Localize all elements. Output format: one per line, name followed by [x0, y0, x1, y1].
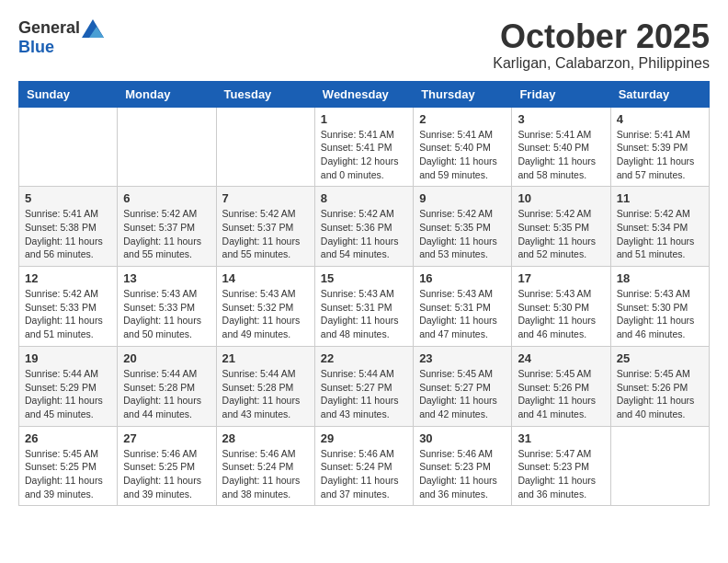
day-number: 20	[123, 351, 210, 365]
weekday-header: Thursday	[414, 81, 512, 107]
weekday-header: Monday	[118, 81, 216, 107]
weekday-header: Friday	[512, 81, 610, 107]
day-number: 1	[321, 112, 407, 126]
calendar-cell: 11Sunrise: 5:42 AM Sunset: 5:34 PM Dayli…	[610, 187, 709, 267]
logo-general-text: General	[18, 18, 80, 38]
calendar-table: SundayMondayTuesdayWednesdayThursdayFrid…	[18, 81, 710, 507]
calendar-cell: 13Sunrise: 5:43 AM Sunset: 5:33 PM Dayli…	[118, 267, 216, 347]
calendar-cell	[610, 426, 709, 506]
day-number: 18	[617, 271, 703, 285]
day-info: Sunrise: 5:42 AM Sunset: 5:37 PM Dayligh…	[123, 207, 210, 261]
day-number: 29	[321, 431, 407, 445]
day-number: 22	[321, 351, 407, 365]
day-info: Sunrise: 5:41 AM Sunset: 5:39 PM Dayligh…	[617, 128, 703, 182]
calendar-cell	[118, 107, 216, 187]
page-header: General Blue October 2025 Karligan, Cala…	[18, 18, 710, 72]
title-section: October 2025 Karligan, Calabarzon, Phili…	[493, 18, 710, 72]
day-number: 14	[222, 271, 309, 285]
day-number: 8	[321, 191, 407, 205]
day-info: Sunrise: 5:42 AM Sunset: 5:36 PM Dayligh…	[321, 207, 407, 261]
calendar-cell: 15Sunrise: 5:43 AM Sunset: 5:31 PM Dayli…	[314, 267, 413, 347]
calendar-cell: 19Sunrise: 5:44 AM Sunset: 5:29 PM Dayli…	[19, 346, 118, 426]
day-info: Sunrise: 5:47 AM Sunset: 5:23 PM Dayligh…	[518, 447, 604, 501]
day-info: Sunrise: 5:45 AM Sunset: 5:25 PM Dayligh…	[25, 447, 111, 501]
calendar-cell: 23Sunrise: 5:45 AM Sunset: 5:27 PM Dayli…	[414, 346, 512, 426]
day-info: Sunrise: 5:42 AM Sunset: 5:33 PM Dayligh…	[25, 287, 111, 341]
calendar-cell: 28Sunrise: 5:46 AM Sunset: 5:24 PM Dayli…	[216, 426, 314, 506]
calendar-cell: 14Sunrise: 5:43 AM Sunset: 5:32 PM Dayli…	[216, 267, 314, 347]
calendar-cell: 10Sunrise: 5:42 AM Sunset: 5:35 PM Dayli…	[512, 187, 610, 267]
day-info: Sunrise: 5:41 AM Sunset: 5:40 PM Dayligh…	[518, 128, 604, 182]
logo: General Blue	[18, 18, 104, 57]
calendar-cell: 5Sunrise: 5:41 AM Sunset: 5:38 PM Daylig…	[19, 187, 118, 267]
day-info: Sunrise: 5:43 AM Sunset: 5:30 PM Dayligh…	[518, 287, 604, 341]
calendar-cell: 25Sunrise: 5:45 AM Sunset: 5:26 PM Dayli…	[610, 346, 709, 426]
day-info: Sunrise: 5:46 AM Sunset: 5:23 PM Dayligh…	[419, 447, 506, 501]
day-info: Sunrise: 5:44 AM Sunset: 5:27 PM Dayligh…	[321, 367, 407, 421]
calendar-week-row: 1Sunrise: 5:41 AM Sunset: 5:41 PM Daylig…	[19, 107, 710, 187]
calendar-cell: 8Sunrise: 5:42 AM Sunset: 5:36 PM Daylig…	[314, 187, 413, 267]
calendar-cell: 2Sunrise: 5:41 AM Sunset: 5:40 PM Daylig…	[414, 107, 512, 187]
day-info: Sunrise: 5:42 AM Sunset: 5:35 PM Dayligh…	[419, 207, 506, 261]
day-info: Sunrise: 5:42 AM Sunset: 5:35 PM Dayligh…	[518, 207, 604, 261]
day-number: 31	[518, 431, 604, 445]
day-info: Sunrise: 5:46 AM Sunset: 5:24 PM Dayligh…	[321, 447, 407, 501]
day-info: Sunrise: 5:43 AM Sunset: 5:30 PM Dayligh…	[617, 287, 703, 341]
day-info: Sunrise: 5:42 AM Sunset: 5:34 PM Dayligh…	[617, 207, 703, 261]
calendar-week-row: 12Sunrise: 5:42 AM Sunset: 5:33 PM Dayli…	[19, 267, 710, 347]
day-info: Sunrise: 5:44 AM Sunset: 5:28 PM Dayligh…	[123, 367, 210, 421]
calendar-cell: 12Sunrise: 5:42 AM Sunset: 5:33 PM Dayli…	[19, 267, 118, 347]
day-info: Sunrise: 5:41 AM Sunset: 5:38 PM Dayligh…	[25, 207, 111, 261]
day-info: Sunrise: 5:43 AM Sunset: 5:31 PM Dayligh…	[419, 287, 506, 341]
day-number: 15	[321, 271, 407, 285]
day-number: 5	[25, 191, 111, 205]
day-number: 16	[419, 271, 506, 285]
calendar-cell: 21Sunrise: 5:44 AM Sunset: 5:28 PM Dayli…	[216, 346, 314, 426]
calendar-cell: 16Sunrise: 5:43 AM Sunset: 5:31 PM Dayli…	[414, 267, 512, 347]
day-number: 11	[617, 191, 703, 205]
day-number: 24	[518, 351, 604, 365]
calendar-cell: 29Sunrise: 5:46 AM Sunset: 5:24 PM Dayli…	[314, 426, 413, 506]
day-number: 3	[518, 112, 604, 126]
weekday-header: Wednesday	[314, 81, 413, 107]
day-info: Sunrise: 5:41 AM Sunset: 5:41 PM Dayligh…	[321, 128, 407, 182]
month-title: October 2025	[493, 18, 710, 55]
day-info: Sunrise: 5:41 AM Sunset: 5:40 PM Dayligh…	[419, 128, 506, 182]
weekday-header: Tuesday	[216, 81, 314, 107]
calendar-cell: 20Sunrise: 5:44 AM Sunset: 5:28 PM Dayli…	[118, 346, 216, 426]
day-number: 21	[222, 351, 309, 365]
day-info: Sunrise: 5:43 AM Sunset: 5:31 PM Dayligh…	[321, 287, 407, 341]
day-info: Sunrise: 5:43 AM Sunset: 5:32 PM Dayligh…	[222, 287, 309, 341]
calendar-cell: 18Sunrise: 5:43 AM Sunset: 5:30 PM Dayli…	[610, 267, 709, 347]
day-info: Sunrise: 5:44 AM Sunset: 5:28 PM Dayligh…	[222, 367, 309, 421]
day-number: 9	[419, 191, 506, 205]
day-number: 6	[123, 191, 210, 205]
weekday-header: Saturday	[610, 81, 709, 107]
calendar-cell	[216, 107, 314, 187]
calendar-cell: 1Sunrise: 5:41 AM Sunset: 5:41 PM Daylig…	[314, 107, 413, 187]
day-info: Sunrise: 5:43 AM Sunset: 5:33 PM Dayligh…	[123, 287, 210, 341]
calendar-cell: 22Sunrise: 5:44 AM Sunset: 5:27 PM Dayli…	[314, 346, 413, 426]
logo-icon	[82, 19, 104, 38]
day-number: 19	[25, 351, 111, 365]
day-number: 13	[123, 271, 210, 285]
day-number: 7	[222, 191, 309, 205]
calendar-cell: 17Sunrise: 5:43 AM Sunset: 5:30 PM Dayli…	[512, 267, 610, 347]
day-info: Sunrise: 5:45 AM Sunset: 5:26 PM Dayligh…	[617, 367, 703, 421]
calendar-cell: 30Sunrise: 5:46 AM Sunset: 5:23 PM Dayli…	[414, 426, 512, 506]
day-number: 25	[617, 351, 703, 365]
calendar-week-row: 26Sunrise: 5:45 AM Sunset: 5:25 PM Dayli…	[19, 426, 710, 506]
calendar-cell: 7Sunrise: 5:42 AM Sunset: 5:37 PM Daylig…	[216, 187, 314, 267]
calendar-cell: 27Sunrise: 5:46 AM Sunset: 5:25 PM Dayli…	[118, 426, 216, 506]
day-number: 30	[419, 431, 506, 445]
calendar-cell: 24Sunrise: 5:45 AM Sunset: 5:26 PM Dayli…	[512, 346, 610, 426]
logo-blue-text: Blue	[18, 38, 54, 57]
day-number: 10	[518, 191, 604, 205]
calendar-cell: 3Sunrise: 5:41 AM Sunset: 5:40 PM Daylig…	[512, 107, 610, 187]
day-number: 28	[222, 431, 309, 445]
day-info: Sunrise: 5:45 AM Sunset: 5:26 PM Dayligh…	[518, 367, 604, 421]
day-number: 2	[419, 112, 506, 126]
day-info: Sunrise: 5:42 AM Sunset: 5:37 PM Dayligh…	[222, 207, 309, 261]
calendar-cell: 31Sunrise: 5:47 AM Sunset: 5:23 PM Dayli…	[512, 426, 610, 506]
calendar-header-row: SundayMondayTuesdayWednesdayThursdayFrid…	[19, 81, 710, 107]
